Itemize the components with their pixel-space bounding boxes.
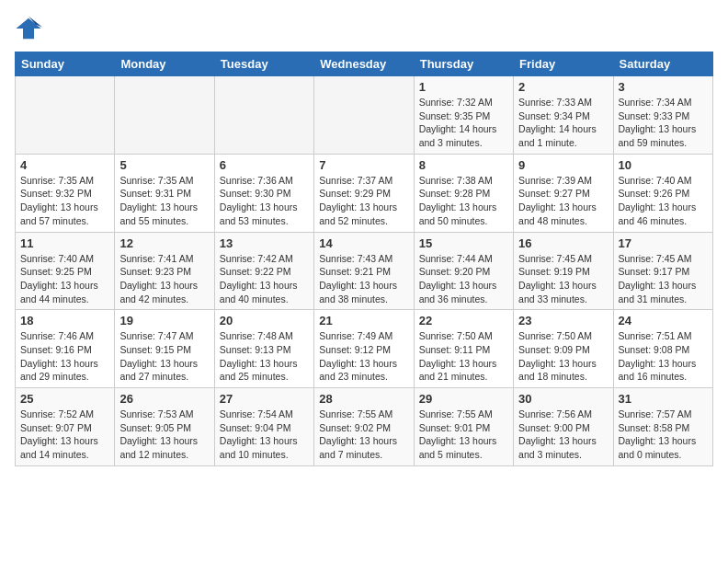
calendar-cell (214, 76, 313, 155)
day-number: 25 (20, 392, 109, 406)
day-info: Sunrise: 7:35 AMSunset: 9:32 PMDaylight:… (20, 174, 109, 228)
weekday-header-sunday: Sunday (16, 52, 115, 76)
weekday-header-monday: Monday (115, 52, 214, 76)
weekday-header-wednesday: Wednesday (314, 52, 414, 76)
day-number: 29 (419, 392, 508, 406)
day-number: 18 (20, 314, 109, 327)
calendar-cell: 6Sunrise: 7:36 AMSunset: 9:30 PMDaylight… (214, 154, 313, 232)
day-info: Sunrise: 7:34 AMSunset: 9:33 PMDaylight:… (619, 96, 708, 150)
calendar-table: SundayMondayTuesdayWednesdayThursdayFrid… (15, 52, 713, 466)
calendar-cell: 20Sunrise: 7:48 AMSunset: 9:13 PMDayligh… (214, 310, 313, 388)
week-row-5: 25Sunrise: 7:52 AMSunset: 9:07 PMDayligh… (16, 388, 713, 466)
calendar-cell: 1Sunrise: 7:32 AMSunset: 9:35 PMDaylight… (414, 76, 513, 155)
day-info: Sunrise: 7:55 AMSunset: 9:01 PMDaylight:… (419, 408, 508, 462)
calendar-cell (16, 76, 115, 155)
calendar-cell: 19Sunrise: 7:47 AMSunset: 9:15 PMDayligh… (115, 310, 214, 388)
day-info: Sunrise: 7:50 AMSunset: 9:09 PMDaylight:… (518, 329, 608, 384)
calendar-cell (115, 76, 214, 155)
day-number: 23 (518, 314, 608, 327)
calendar-cell: 22Sunrise: 7:50 AMSunset: 9:11 PMDayligh… (414, 310, 513, 388)
calendar-cell: 16Sunrise: 7:45 AMSunset: 9:19 PMDayligh… (514, 232, 613, 310)
day-number: 1 (419, 80, 508, 94)
calendar-cell: 5Sunrise: 7:35 AMSunset: 9:31 PMDaylight… (115, 154, 214, 232)
day-number: 2 (518, 80, 608, 94)
day-number: 22 (419, 314, 508, 327)
calendar-cell: 10Sunrise: 7:40 AMSunset: 9:26 PMDayligh… (613, 154, 712, 232)
weekday-header-saturday: Saturday (613, 52, 712, 76)
day-number: 14 (319, 236, 408, 250)
week-row-1: 1Sunrise: 7:32 AMSunset: 9:35 PMDaylight… (16, 76, 713, 155)
calendar-cell: 30Sunrise: 7:56 AMSunset: 9:00 PMDayligh… (514, 388, 613, 466)
day-info: Sunrise: 7:56 AMSunset: 9:00 PMDaylight:… (518, 408, 608, 462)
day-number: 9 (518, 158, 608, 172)
calendar-cell: 28Sunrise: 7:55 AMSunset: 9:02 PMDayligh… (314, 388, 414, 466)
day-number: 27 (220, 392, 309, 406)
calendar-cell: 13Sunrise: 7:42 AMSunset: 9:22 PMDayligh… (214, 232, 313, 310)
day-number: 6 (220, 158, 309, 172)
calendar-cell: 15Sunrise: 7:44 AMSunset: 9:20 PMDayligh… (414, 232, 513, 310)
calendar-cell: 8Sunrise: 7:38 AMSunset: 9:28 PMDaylight… (414, 154, 513, 232)
week-row-3: 11Sunrise: 7:40 AMSunset: 9:25 PMDayligh… (16, 232, 713, 310)
calendar-cell: 12Sunrise: 7:41 AMSunset: 9:23 PMDayligh… (115, 232, 214, 310)
day-info: Sunrise: 7:42 AMSunset: 9:22 PMDaylight:… (220, 252, 309, 306)
day-info: Sunrise: 7:44 AMSunset: 9:20 PMDaylight:… (419, 252, 508, 306)
weekday-header-friday: Friday (514, 52, 613, 76)
day-info: Sunrise: 7:43 AMSunset: 9:21 PMDaylight:… (319, 252, 408, 306)
weekday-header-tuesday: Tuesday (214, 52, 313, 76)
day-number: 7 (319, 158, 408, 172)
day-number: 26 (119, 392, 209, 406)
calendar-cell: 9Sunrise: 7:39 AMSunset: 9:27 PMDaylight… (514, 154, 613, 232)
week-row-2: 4Sunrise: 7:35 AMSunset: 9:32 PMDaylight… (16, 154, 713, 232)
day-number: 5 (119, 158, 209, 172)
calendar-cell: 24Sunrise: 7:51 AMSunset: 9:08 PMDayligh… (613, 310, 712, 388)
day-info: Sunrise: 7:47 AMSunset: 9:15 PMDaylight:… (119, 329, 209, 384)
calendar-cell: 7Sunrise: 7:37 AMSunset: 9:29 PMDaylight… (314, 154, 414, 232)
day-info: Sunrise: 7:55 AMSunset: 9:02 PMDaylight:… (319, 408, 408, 462)
weekday-header-row: SundayMondayTuesdayWednesdayThursdayFrid… (16, 52, 713, 76)
day-info: Sunrise: 7:49 AMSunset: 9:12 PMDaylight:… (319, 329, 408, 384)
calendar-cell: 17Sunrise: 7:45 AMSunset: 9:17 PMDayligh… (613, 232, 712, 310)
day-info: Sunrise: 7:37 AMSunset: 9:29 PMDaylight:… (319, 174, 408, 228)
day-number: 13 (220, 236, 309, 250)
day-info: Sunrise: 7:33 AMSunset: 9:34 PMDaylight:… (518, 96, 608, 150)
calendar-cell: 27Sunrise: 7:54 AMSunset: 9:04 PMDayligh… (214, 388, 313, 466)
svg-marker-0 (17, 18, 41, 40)
day-info: Sunrise: 7:36 AMSunset: 9:30 PMDaylight:… (220, 174, 309, 228)
calendar-cell: 2Sunrise: 7:33 AMSunset: 9:34 PMDaylight… (514, 76, 613, 155)
day-info: Sunrise: 7:53 AMSunset: 9:05 PMDaylight:… (119, 408, 209, 462)
calendar-cell: 18Sunrise: 7:46 AMSunset: 9:16 PMDayligh… (16, 310, 115, 388)
calendar-cell: 11Sunrise: 7:40 AMSunset: 9:25 PMDayligh… (16, 232, 115, 310)
day-info: Sunrise: 7:32 AMSunset: 9:35 PMDaylight:… (419, 96, 508, 150)
calendar-cell: 31Sunrise: 7:57 AMSunset: 8:58 PMDayligh… (613, 388, 712, 466)
calendar-cell: 21Sunrise: 7:49 AMSunset: 9:12 PMDayligh… (314, 310, 414, 388)
day-number: 21 (319, 314, 408, 327)
day-info: Sunrise: 7:54 AMSunset: 9:04 PMDaylight:… (220, 408, 309, 462)
calendar-cell: 4Sunrise: 7:35 AMSunset: 9:32 PMDaylight… (16, 154, 115, 232)
day-number: 17 (619, 236, 708, 250)
day-info: Sunrise: 7:39 AMSunset: 9:27 PMDaylight:… (518, 174, 608, 228)
day-number: 16 (518, 236, 608, 250)
calendar-cell: 23Sunrise: 7:50 AMSunset: 9:09 PMDayligh… (514, 310, 613, 388)
page-header (15, 15, 713, 42)
day-number: 28 (319, 392, 408, 406)
calendar-cell: 3Sunrise: 7:34 AMSunset: 9:33 PMDaylight… (613, 76, 712, 155)
day-number: 30 (518, 392, 608, 406)
logo (15, 15, 46, 42)
day-number: 15 (419, 236, 508, 250)
calendar-cell: 25Sunrise: 7:52 AMSunset: 9:07 PMDayligh… (16, 388, 115, 466)
day-number: 8 (419, 158, 508, 172)
day-number: 12 (119, 236, 209, 250)
day-number: 4 (20, 158, 109, 172)
day-info: Sunrise: 7:40 AMSunset: 9:26 PMDaylight:… (619, 174, 708, 228)
day-info: Sunrise: 7:41 AMSunset: 9:23 PMDaylight:… (119, 252, 209, 306)
day-number: 20 (220, 314, 309, 327)
day-number: 10 (619, 158, 708, 172)
day-number: 31 (619, 392, 708, 406)
calendar-cell: 26Sunrise: 7:53 AMSunset: 9:05 PMDayligh… (115, 388, 214, 466)
day-info: Sunrise: 7:35 AMSunset: 9:31 PMDaylight:… (119, 174, 209, 228)
calendar-cell (314, 76, 414, 155)
calendar-cell: 14Sunrise: 7:43 AMSunset: 9:21 PMDayligh… (314, 232, 414, 310)
day-info: Sunrise: 7:38 AMSunset: 9:28 PMDaylight:… (419, 174, 508, 228)
day-info: Sunrise: 7:48 AMSunset: 9:13 PMDaylight:… (220, 329, 309, 384)
day-info: Sunrise: 7:57 AMSunset: 8:58 PMDaylight:… (619, 408, 708, 462)
